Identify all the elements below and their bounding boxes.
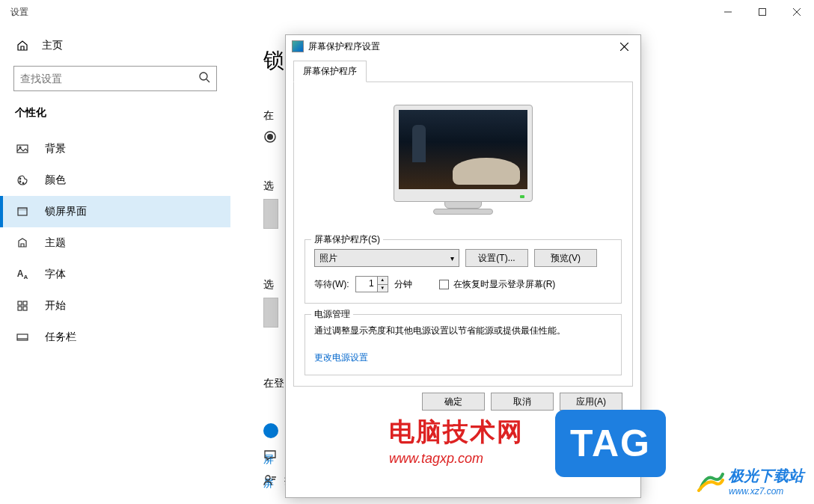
svg-rect-12 (18, 208, 27, 210)
help-icon[interactable] (263, 449, 277, 465)
sidebar-item-lockscreen[interactable]: 锁屏界面 (0, 196, 230, 227)
sidebar-item-label: 任务栏 (45, 331, 76, 344)
feedback-icon (263, 474, 277, 488)
watermark-site: 极光下载站 www.xz7.com (697, 466, 804, 497)
settings-button[interactable]: 设置(T)... (465, 249, 528, 267)
sidebar-item-label: 主题 (45, 236, 66, 250)
watermark-site-text: 极光下载站 (729, 466, 804, 486)
sidebar-item-background[interactable]: 背景 (0, 133, 230, 165)
picture-icon (15, 143, 30, 155)
cancel-button[interactable]: 取消 (491, 393, 554, 411)
chevron-down-icon: ▾ (450, 254, 454, 262)
window-controls (711, 0, 814, 24)
sidebar-item-fonts[interactable]: AA 字体 (0, 259, 230, 290)
dialog-close-button[interactable] (612, 37, 636, 55)
resume-label: 在恢复时显示登录屏幕(R) (453, 278, 556, 291)
watermark-site-url: www.xz7.com (729, 486, 804, 497)
category-label: 个性化 (0, 102, 230, 133)
spin-up[interactable]: ▲ (378, 277, 388, 285)
bg-text-4: 在登 (263, 377, 284, 390)
minutes-label: 分钟 (394, 278, 412, 291)
sidebar-item-label: 背景 (45, 142, 66, 156)
power-text: 通过调整显示亮度和其他电源设置以节省能源或提供最佳性能。 (314, 324, 612, 338)
bg-toggle (263, 423, 278, 438)
spin-down[interactable]: ▼ (378, 285, 388, 292)
home-nav[interactable]: 主页 (0, 31, 230, 60)
preview-screen (399, 110, 527, 189)
search-input[interactable] (20, 73, 198, 84)
bg-text-3: 选 (263, 278, 284, 292)
watermark-brand: 电脑技术网 www.tagxp.com (389, 415, 524, 467)
preview-button[interactable]: 预览(V) (534, 249, 597, 267)
obscured-content: 锁 在 选 选 在登 屏 屏 (263, 46, 284, 491)
dialog-title: 屏幕保护程序设置 (308, 40, 380, 53)
maximize-button[interactable] (745, 0, 780, 24)
font-icon: AA (15, 268, 30, 280)
svg-line-5 (206, 79, 209, 82)
sidebar-item-label: 锁屏界面 (45, 205, 87, 218)
sidebar-item-label: 开始 (45, 299, 66, 313)
sidebar-item-colors[interactable]: 颜色 (0, 165, 230, 196)
watermark-brand-url: www.tagxp.com (389, 451, 524, 467)
svg-point-21 (266, 476, 270, 480)
minimize-button[interactable] (711, 0, 745, 24)
power-group: 电源管理 通过调整显示亮度和其他电源设置以节省能源或提供最佳性能。 更改电源设置 (305, 314, 622, 375)
svg-rect-1 (759, 9, 766, 16)
bg-radio (263, 130, 284, 147)
sidebar-item-label: 颜色 (45, 173, 66, 187)
sidebar-item-label: 字体 (45, 268, 66, 281)
sidebar: 主页 个性化 背景 颜色 锁屏界面 主题 AA 字体 开始 (0, 24, 230, 504)
tab-strip: 屏幕保护程序 (293, 61, 633, 82)
start-icon (15, 301, 30, 311)
lockscreen-icon (15, 206, 30, 218)
window-title: 设置 (10, 6, 28, 19)
svg-point-9 (19, 181, 21, 182)
watermark-tag: TAG (555, 410, 666, 477)
bg-box-1 (263, 199, 278, 229)
tab-screensaver[interactable]: 屏幕保护程序 (293, 61, 367, 82)
dropdown-value: 照片 (319, 252, 337, 265)
watermark-brand-text: 电脑技术网 (389, 415, 524, 449)
svg-point-20 (267, 134, 273, 140)
svg-point-10 (22, 182, 24, 184)
search-box[interactable] (13, 66, 217, 91)
group-label-2: 电源管理 (311, 308, 353, 321)
page-heading-partial: 锁 (263, 46, 284, 75)
group-label-1: 屏幕保护程序(S) (311, 233, 383, 246)
sidebar-item-taskbar[interactable]: 任务栏 (0, 322, 230, 353)
palette-icon (15, 174, 30, 186)
dialog-titlebar[interactable]: 屏幕保护程序设置 (286, 35, 640, 58)
apply-button[interactable]: 应用(A) (560, 393, 622, 411)
home-label: 主页 (42, 39, 63, 52)
svg-rect-14 (23, 301, 27, 305)
bg-text-2: 选 (263, 179, 284, 193)
search-icon (198, 71, 210, 86)
theme-icon (15, 237, 30, 249)
aurora-icon (697, 468, 724, 495)
svg-rect-17 (17, 334, 28, 340)
wait-value: 1 (356, 277, 377, 292)
taskbar-icon (15, 331, 30, 343)
screensaver-group: 屏幕保护程序(S) 照片 ▾ 设置(T)... 预览(V) 等待(W): 1 ▲… (305, 239, 622, 304)
svg-point-4 (200, 73, 207, 80)
power-settings-link[interactable]: 更改电源设置 (314, 352, 368, 363)
wait-spinner[interactable]: 1 ▲▼ (355, 276, 388, 292)
monitor-preview (305, 105, 622, 217)
svg-rect-16 (23, 307, 27, 310)
dialog-icon (292, 40, 304, 52)
svg-rect-6 (17, 145, 28, 153)
close-button[interactable] (780, 0, 814, 24)
sidebar-item-start[interactable]: 开始 (0, 290, 230, 322)
svg-rect-13 (18, 301, 22, 305)
sidebar-item-themes[interactable]: 主题 (0, 227, 230, 259)
svg-point-8 (19, 178, 21, 179)
resume-checkbox[interactable] (439, 280, 449, 289)
wait-label: 等待(W): (314, 278, 349, 291)
ok-button[interactable]: 确定 (422, 393, 485, 411)
bg-text-1: 在 (263, 109, 284, 123)
home-icon (15, 40, 30, 52)
screensaver-dropdown[interactable]: 照片 ▾ (314, 249, 459, 267)
svg-rect-15 (18, 307, 22, 310)
bg-box-2 (263, 298, 278, 328)
